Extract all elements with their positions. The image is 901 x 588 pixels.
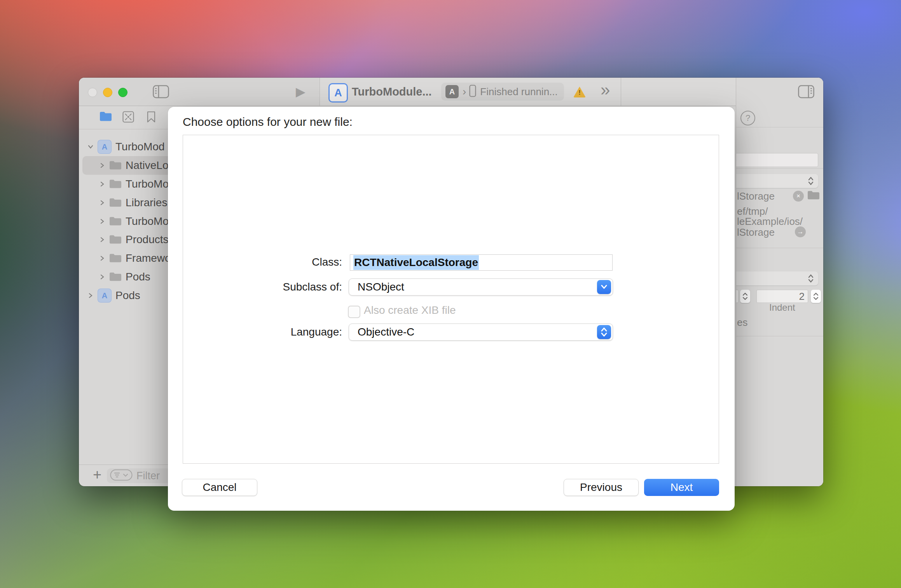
breadcrumb-chevron-icon: › bbox=[463, 85, 466, 98]
sidebar-item-label: Framewo bbox=[126, 252, 171, 264]
help-button[interactable]: ? bbox=[740, 111, 755, 125]
zoom-button[interactable] bbox=[118, 88, 127, 97]
filter-icon bbox=[110, 469, 133, 482]
inspector-divider bbox=[736, 127, 823, 127]
subclass-value: NSObject bbox=[358, 281, 404, 293]
sidebar-item-label: TurboMod bbox=[115, 141, 165, 153]
project-icon: A bbox=[98, 140, 112, 154]
sidebar-item-label: TurboMo bbox=[126, 215, 169, 228]
sidebar-item-label: NativeLo bbox=[126, 159, 169, 172]
width-stepper[interactable] bbox=[740, 290, 750, 303]
sidebar-item-label: TurboMo bbox=[126, 178, 169, 190]
xib-checkbox bbox=[348, 306, 360, 318]
folder-icon bbox=[109, 216, 122, 226]
window-toolbar: ▶ A TurboModule... A › Finished runnin..… bbox=[79, 78, 823, 106]
toolbar-separator bbox=[320, 78, 320, 106]
project-icon: A bbox=[98, 289, 112, 303]
warnings-indicator[interactable]: ! bbox=[573, 87, 586, 97]
disclosure-chevron-right-icon[interactable] bbox=[99, 200, 105, 206]
wrap-lines-fragment: es bbox=[737, 317, 747, 329]
disclosure-chevron-right-icon[interactable] bbox=[99, 274, 105, 280]
indent-stepper[interactable] bbox=[811, 290, 821, 303]
subclass-combo-box[interactable]: NSObject bbox=[349, 278, 613, 296]
inspector-name-field[interactable]: lStorage bbox=[736, 153, 818, 167]
toolbar-separator bbox=[621, 78, 621, 106]
sidebar-item-label: Libraries bbox=[126, 197, 167, 209]
run-button[interactable]: ▶ bbox=[296, 84, 306, 99]
inspector-divider bbox=[736, 336, 823, 336]
previous-button[interactable]: Previous bbox=[564, 479, 639, 496]
combo-chevron-down-icon[interactable] bbox=[597, 280, 611, 294]
popup-updown-icon bbox=[807, 176, 814, 189]
inspector-panel-divider bbox=[736, 78, 736, 486]
class-name-input[interactable]: RCTNativeLocalStorage bbox=[350, 254, 613, 271]
minimize-button[interactable] bbox=[103, 88, 112, 97]
warning-exclamation: ! bbox=[573, 89, 586, 97]
language-label: Language: bbox=[246, 324, 342, 341]
popup-updown-icon bbox=[807, 273, 814, 286]
disclosure-chevron-down-icon[interactable] bbox=[87, 144, 94, 150]
sidebar-item-label: Pods bbox=[115, 289, 140, 302]
choose-folder-icon[interactable] bbox=[807, 190, 820, 202]
close-button[interactable] bbox=[88, 88, 97, 97]
next-button[interactable]: Next bbox=[644, 479, 719, 496]
inspector-name-value: lStorage bbox=[736, 154, 737, 166]
width-value-field[interactable]: 2 bbox=[736, 290, 739, 303]
options-content-box bbox=[183, 135, 719, 464]
indent-value: 2 bbox=[799, 291, 805, 303]
text-settings-popup[interactable] bbox=[736, 271, 818, 285]
folder-icon bbox=[109, 272, 122, 282]
sidebar-item-label: Pods bbox=[126, 271, 150, 283]
device-icon bbox=[469, 85, 476, 99]
inspector-divider bbox=[736, 168, 823, 169]
open-path-arrow-button[interactable]: → bbox=[795, 226, 806, 237]
app-target-chip-icon: A bbox=[445, 85, 459, 98]
project-navigator-icon[interactable] bbox=[99, 111, 112, 124]
sidebar-toggle-icon[interactable] bbox=[153, 85, 169, 100]
language-value: Objective-C bbox=[358, 326, 414, 338]
folder-icon bbox=[109, 179, 122, 189]
add-item-button[interactable]: + bbox=[93, 466, 101, 483]
disclosure-chevron-right-icon[interactable] bbox=[99, 181, 105, 187]
full-path-line: lStorage bbox=[737, 226, 775, 238]
disclosure-chevron-right-icon[interactable] bbox=[99, 255, 105, 261]
class-label: Class: bbox=[246, 254, 342, 271]
folder-icon bbox=[109, 198, 122, 208]
indent-value-field[interactable]: 2 bbox=[756, 290, 808, 303]
filter-placeholder: Filter bbox=[136, 470, 160, 482]
toolbar-overflow-icon[interactable]: » bbox=[601, 80, 610, 99]
disclosure-chevron-right-icon[interactable] bbox=[99, 162, 105, 169]
app-scheme-icon[interactable]: A bbox=[328, 83, 348, 103]
full-path-line: leExample/ios/ bbox=[737, 216, 803, 228]
activity-status-pill[interactable]: A › Finished runnin... bbox=[441, 83, 564, 101]
new-file-options-sheet: Choose options for your new file: Class:… bbox=[168, 107, 735, 511]
inspector-divider bbox=[736, 248, 823, 248]
location-popup[interactable]: Group bbox=[736, 174, 818, 188]
inspector-file-name: lStorage bbox=[737, 190, 775, 202]
inspector-toggle-icon[interactable] bbox=[798, 85, 814, 100]
selected-text: RCTNativeLocalStorage bbox=[353, 255, 479, 270]
disclosure-chevron-right-icon[interactable] bbox=[87, 292, 94, 299]
folder-icon bbox=[109, 253, 122, 263]
popup-updown-icon[interactable] bbox=[597, 325, 611, 339]
file-inspector-panel: ? lStorage Group lStorage × ef/tmp/ leEx… bbox=[736, 106, 823, 486]
scheme-icon-letter: A bbox=[334, 87, 342, 99]
xib-checkbox-label: Also create XIB file bbox=[364, 304, 456, 317]
clear-location-button[interactable]: × bbox=[793, 191, 804, 202]
folder-icon bbox=[109, 235, 122, 245]
language-popup[interactable]: Objective-C bbox=[349, 324, 613, 341]
source-control-icon[interactable] bbox=[122, 111, 134, 124]
sheet-title: Choose options for your new file: bbox=[183, 115, 353, 129]
disclosure-chevron-right-icon[interactable] bbox=[99, 218, 105, 224]
disclosure-chevron-right-icon[interactable] bbox=[99, 237, 105, 243]
folder-icon bbox=[109, 160, 122, 170]
run-status-text: Finished runnin... bbox=[480, 86, 557, 98]
indent-label: Indent bbox=[769, 302, 795, 313]
scheme-title[interactable]: TurboModule... bbox=[352, 85, 432, 98]
sidebar-item-label: Products bbox=[126, 233, 169, 246]
bookmark-icon[interactable] bbox=[147, 111, 155, 124]
cancel-button[interactable]: Cancel bbox=[182, 479, 257, 496]
subclass-label: Subclass of: bbox=[246, 278, 342, 296]
